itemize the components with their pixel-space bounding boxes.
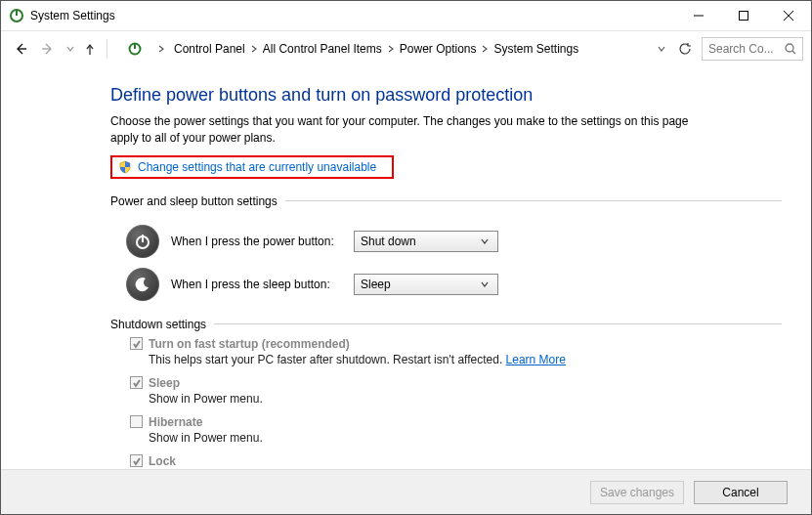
sleep-button-label: When I press the sleep button: (171, 278, 342, 291)
fast-startup-checkbox[interactable] (130, 337, 143, 350)
fast-startup-sub: This helps start your PC faster after sh… (149, 353, 782, 366)
breadcrumb-item[interactable]: All Control Panel Items (261, 42, 384, 56)
hibernate-item: Hibernate Show in Power menu. (130, 415, 782, 445)
lock-checkbox[interactable] (130, 454, 143, 467)
shutdown-settings-list: Turn on fast startup (recommended) This … (110, 337, 782, 484)
divider (214, 323, 782, 324)
sleep-icon (126, 268, 159, 301)
address-bar-icon (125, 39, 145, 59)
chevron-down-icon (478, 236, 491, 246)
sleep-button-row: When I press the sleep button: Sleep (126, 263, 782, 306)
sleep-button-dropdown[interactable]: Sleep (354, 274, 498, 295)
page-title: Define power buttons and turn on passwor… (110, 85, 782, 106)
svg-line-12 (792, 51, 795, 54)
section-label: Power and sleep button settings (110, 194, 278, 208)
svg-rect-3 (740, 12, 748, 21)
forward-button[interactable] (36, 37, 60, 61)
search-placeholder: Search Co... (708, 42, 781, 56)
breadcrumb-item[interactable]: System Settings (491, 42, 580, 56)
breadcrumb-chevron-icon[interactable] (384, 44, 398, 54)
breadcrumb-chevron-icon[interactable] (247, 44, 261, 54)
uac-shield-icon (118, 160, 132, 174)
power-button-dropdown[interactable]: Shut down (354, 231, 498, 252)
sleep-item: Sleep Show in Power menu. (130, 376, 782, 406)
power-button-row: When I press the power button: Shut down (126, 220, 782, 263)
breadcrumb-item[interactable]: Power Options (398, 42, 479, 56)
breadcrumb: Control Panel All Control Panel Items Po… (172, 37, 651, 61)
hibernate-title: Hibernate (149, 415, 202, 429)
divider (107, 39, 107, 59)
power-button-label: When I press the power button: (171, 235, 342, 248)
svg-point-11 (786, 44, 793, 52)
chevron-down-icon (478, 279, 491, 289)
minimize-button[interactable] (676, 1, 721, 30)
divider (285, 200, 782, 201)
content-area: Define power buttons and turn on passwor… (1, 67, 811, 469)
navigation-bar: Control Panel All Control Panel Items Po… (1, 31, 811, 66)
power-icon (126, 225, 159, 258)
title-bar: System Settings (1, 1, 811, 31)
window-title: System Settings (30, 9, 115, 22)
hibernate-checkbox[interactable] (130, 415, 143, 428)
cancel-button[interactable]: Cancel (694, 481, 788, 504)
up-button[interactable] (81, 37, 99, 61)
breadcrumb-chevron-icon[interactable] (154, 44, 168, 54)
maximize-button[interactable] (721, 1, 766, 30)
change-settings-link[interactable]: Change settings that are currently unava… (138, 160, 376, 174)
power-options-icon (9, 8, 24, 23)
search-input[interactable]: Search Co... (702, 37, 803, 61)
change-settings-highlight: Change settings that are currently unava… (110, 155, 394, 179)
breadcrumb-item[interactable]: Control Panel (172, 42, 247, 56)
sleep-sub: Show in Power menu. (149, 392, 782, 406)
window-controls (676, 1, 811, 30)
refresh-button[interactable] (674, 38, 696, 60)
page-description: Choose the power settings that you want … (110, 113, 697, 148)
dropdown-value: Shut down (361, 235, 478, 248)
shutdown-section-header: Shutdown settings (110, 318, 782, 331)
fast-startup-item: Turn on fast startup (recommended) This … (130, 337, 782, 366)
lock-title: Lock (149, 454, 176, 468)
recent-dropdown-button[interactable] (64, 37, 77, 61)
breadcrumb-chevron-icon[interactable] (478, 44, 491, 54)
fast-startup-title: Turn on fast startup (recommended) (149, 337, 350, 351)
save-changes-button[interactable]: Save changes (590, 481, 684, 504)
search-icon (785, 43, 796, 55)
hibernate-sub: Show in Power menu. (149, 431, 782, 445)
footer-bar: Save changes Cancel (1, 469, 811, 514)
close-button[interactable] (766, 1, 811, 30)
power-buttons-section-header: Power and sleep button settings (110, 194, 782, 208)
back-button[interactable] (9, 37, 32, 61)
address-dropdown-button[interactable] (655, 44, 668, 54)
learn-more-link[interactable]: Learn More (506, 353, 566, 366)
sleep-checkbox[interactable] (130, 376, 143, 389)
sleep-title: Sleep (149, 376, 180, 390)
section-label: Shutdown settings (110, 318, 206, 331)
dropdown-value: Sleep (361, 278, 478, 291)
